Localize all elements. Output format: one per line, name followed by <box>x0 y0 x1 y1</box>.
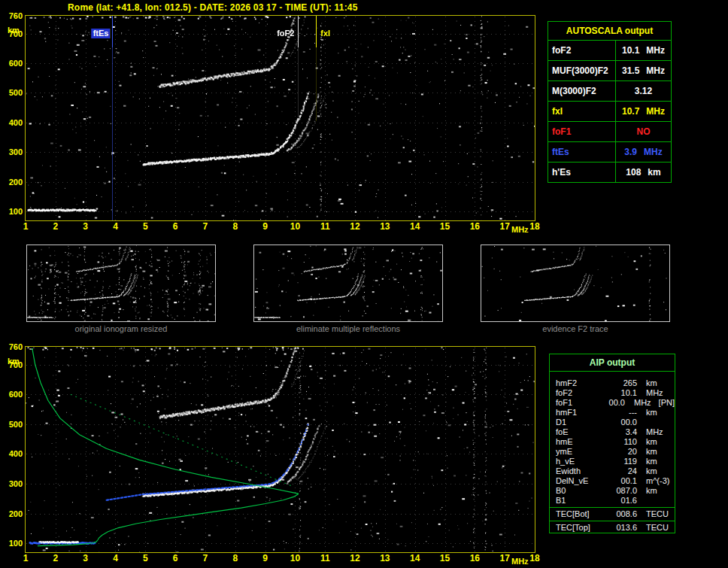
x-tick-label: 17 <box>499 554 509 563</box>
x-tick-label: 2 <box>53 222 58 232</box>
y-tick-label: 200 <box>2 178 23 187</box>
thumbnail-caption: evidence F2 trace <box>481 324 670 333</box>
y-tick-label: 100 <box>2 207 23 216</box>
param-unit: MHz <box>646 102 665 121</box>
y-tick-label: 500 <box>2 88 23 97</box>
aip-param-unit: MHz <box>625 398 651 408</box>
y-axis-unit-label: km <box>8 26 20 35</box>
fxi-marker-label: fxI <box>319 29 332 38</box>
aip-param-value: 00.0 <box>597 398 625 408</box>
aip-row: TEC[Top]013.6TECU <box>550 523 675 533</box>
x-tick-label: 13 <box>380 222 390 232</box>
x-tick-label: 9 <box>262 554 268 563</box>
autoscala-table-title: AUTOSCALA output <box>548 22 671 41</box>
aip-param-value: 00.1 <box>604 476 637 486</box>
autoscala-app: Rome (lat: +41.8, lon: 012.5) - DATE: 20… <box>0 0 728 568</box>
param-value: 10.7 <box>622 102 639 121</box>
thumbnail-original-canvas <box>27 245 215 321</box>
aip-row: foE3.4MHz <box>550 427 675 437</box>
autoscala-row: h'Es108km <box>548 163 671 182</box>
autoscala-param-value: 10.7MHz <box>616 102 671 121</box>
y-tick-label: 100 <box>2 539 23 548</box>
aip-param-value: --- <box>604 408 637 418</box>
x-tick-label: 6 <box>173 222 178 232</box>
aip-param-label: TEC[Top] <box>550 523 604 533</box>
profile-ionogram-canvas <box>26 347 535 552</box>
x-tick-label: 5 <box>143 554 148 563</box>
aip-row: hmF2265km <box>550 378 675 388</box>
main-ionogram-canvas <box>26 16 535 220</box>
fof2-marker-label: foF2 <box>275 29 296 38</box>
aip-param-unit: km <box>637 447 657 457</box>
aip-param-label: h_vE <box>550 457 604 466</box>
aip-param-unit <box>637 418 646 427</box>
autoscala-param-label: foF1 <box>548 122 616 141</box>
aip-row: foF210.1MHz <box>550 388 675 398</box>
aip-param-unit: km <box>637 378 657 388</box>
ftes-marker-label: ftEs <box>92 29 111 38</box>
param-value: 3.9 <box>624 142 637 162</box>
y-tick-label: 760 <box>2 342 23 351</box>
aip-param-unit: km <box>637 457 657 466</box>
aip-param-value: 013.6 <box>604 523 637 533</box>
x-tick-label: 4 <box>113 222 118 232</box>
aip-param-value: 20 <box>604 447 637 457</box>
x-tick-label: 4 <box>113 554 118 563</box>
thumbnail-caption: eliminate multiple reflections <box>253 324 443 333</box>
y-tick-label: 600 <box>2 59 23 68</box>
autoscala-param-label: h'Es <box>548 163 616 182</box>
autoscala-param-label: ftEs <box>548 142 616 162</box>
x-tick-label: 3 <box>83 222 88 232</box>
autoscala-param-value: 3.9MHz <box>616 142 671 162</box>
thumbnail-caption: original ionogram resized <box>26 324 216 333</box>
aip-param-label: TEC[Bot] <box>550 509 604 519</box>
autoscala-param-value: NO <box>616 122 671 141</box>
x-tick-label: 9 <box>262 222 268 232</box>
autoscala-output-table: AUTOSCALA output foF210.1MHzMUF(3000)F23… <box>548 21 672 183</box>
param-unit: km <box>648 163 660 182</box>
aip-row: ymE20km <box>550 447 675 457</box>
aip-param-value: 119 <box>604 457 637 466</box>
y-axis-unit-label: km <box>8 357 20 366</box>
x-tick-label: 10 <box>290 222 300 232</box>
y-tick-label: 300 <box>2 147 23 156</box>
autoscala-param-label: foF2 <box>548 41 616 60</box>
x-tick-label: 8 <box>232 554 238 563</box>
autoscala-row: MUF(3000)F231.5MHz <box>548 61 671 81</box>
thumbnail-f2-canvas <box>481 245 669 321</box>
x-tick-label: 7 <box>203 222 208 232</box>
y-tick-label: 600 <box>2 390 23 399</box>
aip-param-label: hmF2 <box>550 378 604 388</box>
aip-param-unit: m^(-3) <box>637 476 669 486</box>
autoscala-param-value: 3.12 <box>616 81 671 101</box>
x-tick-label: 11 <box>320 554 330 563</box>
x-tick-label: 12 <box>350 554 359 563</box>
aip-param-label: hmF1 <box>550 408 604 418</box>
aip-param-label: hmE <box>550 437 604 447</box>
aip-row: h_vE119km <box>550 457 675 466</box>
aip-param-value: 24 <box>604 466 637 476</box>
x-tick-label: 18 <box>529 222 539 232</box>
autoscala-row: ftEs3.9MHz <box>548 142 671 163</box>
aip-param-value: 10.1 <box>604 388 637 398</box>
x-tick-label: 13 <box>380 554 390 563</box>
aip-row: B101.6 <box>550 496 675 506</box>
autoscala-row: M(3000)F23.12 <box>548 81 671 102</box>
aip-separator <box>550 521 675 521</box>
aip-param-label: ymE <box>550 447 604 457</box>
x-tick-label: 16 <box>470 554 480 563</box>
x-tick-label: 14 <box>410 222 420 232</box>
aip-param-label: D1 <box>550 418 604 427</box>
autoscala-param-label: fxI <box>548 102 616 121</box>
param-value: 108 <box>626 163 641 182</box>
aip-param-unit: km <box>637 437 657 447</box>
aip-param-unit: MHz <box>637 427 663 437</box>
x-tick-label: 8 <box>232 222 238 232</box>
aip-param-label: foE <box>550 427 604 437</box>
aip-param-value: 3.4 <box>604 427 637 437</box>
param-unit: MHz <box>646 61 665 80</box>
aip-output-table: AIP output hmF2265kmfoF210.1MHzfoF100.0M… <box>549 354 675 533</box>
aip-param-value: 00.0 <box>604 418 637 427</box>
profile-ionogram-plot <box>25 346 535 553</box>
x-tick-label: 1 <box>23 554 29 563</box>
